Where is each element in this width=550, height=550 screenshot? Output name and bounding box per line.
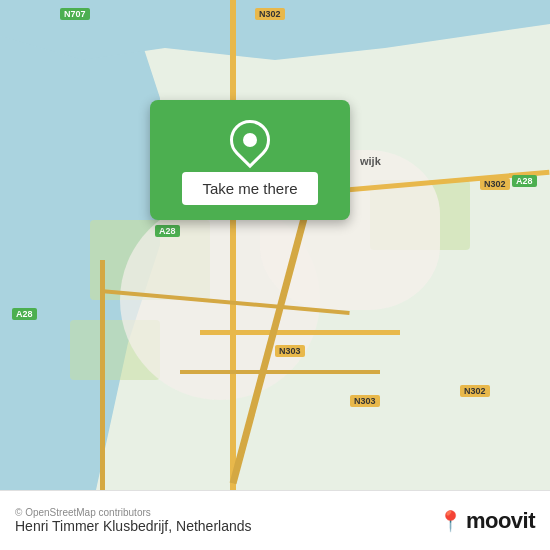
location-pin xyxy=(230,120,270,160)
road-badge-n302-top: N302 xyxy=(255,8,285,20)
road-badge-n302-bottom: N302 xyxy=(460,385,490,397)
pin-dot xyxy=(243,133,257,147)
moovit-logo: 📍 moovit xyxy=(438,508,535,534)
business-name: Henri Timmer Klusbedrijf, Netherlands xyxy=(15,518,252,534)
road-n303 xyxy=(200,330,400,335)
road-badge-a28-top: A28 xyxy=(512,175,537,187)
popup-card: Take me there xyxy=(150,100,350,220)
road-vertical-2 xyxy=(100,260,105,490)
road-badge-a28-middle: A28 xyxy=(155,225,180,237)
map-container[interactable]: N707 N302 N302 N302 N303 N303 A28 A28 A2… xyxy=(0,0,550,490)
moovit-wordmark: moovit xyxy=(466,508,535,534)
city-label: wijk xyxy=(360,155,381,167)
road-badge-n707: N707 xyxy=(60,8,90,20)
road-badge-a28-left: A28 xyxy=(12,308,37,320)
road-a28-vertical xyxy=(230,0,236,490)
moovit-pin-icon: 📍 xyxy=(438,509,463,533)
info-bar: © OpenStreetMap contributors Henri Timme… xyxy=(0,490,550,550)
road-badge-n302-right: N302 xyxy=(480,178,510,190)
info-left: © OpenStreetMap contributors Henri Timme… xyxy=(15,507,252,534)
road-badge-n303-bottom: N303 xyxy=(275,345,305,357)
take-me-there-button[interactable]: Take me there xyxy=(182,172,317,205)
road-badge-n303-right: N303 xyxy=(350,395,380,407)
road-horizontal-3 xyxy=(180,370,380,374)
copyright-text: © OpenStreetMap contributors xyxy=(15,507,252,518)
